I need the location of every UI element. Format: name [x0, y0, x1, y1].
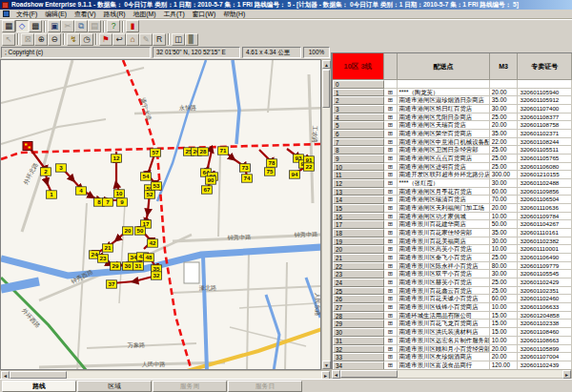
m3-cell[interactable]: 300.00 [490, 171, 519, 179]
row-number-cell[interactable]: 31 [333, 337, 384, 345]
m3-cell[interactable]: 25.00 [490, 113, 519, 122]
row-number-cell[interactable]: 12 [333, 179, 384, 188]
m3-header[interactable]: M3 [490, 53, 519, 80]
menu-item-0[interactable]: 文件(F) [12, 10, 41, 18]
row-number-cell[interactable]: 1 [333, 89, 384, 97]
license-cell[interactable]: 320601107400 [518, 105, 572, 113]
expand-toggle-icon[interactable]: ⊞ [384, 89, 398, 97]
row-number-cell[interactable]: 14 [333, 196, 384, 204]
expand-toggle-icon[interactable]: ⊞ [384, 155, 398, 163]
expand-toggle-icon[interactable]: ⊞ [384, 279, 398, 287]
route-stop-marker[interactable]: 3 [56, 164, 67, 172]
license-cell[interactable]: 320601106490 [518, 254, 572, 262]
delivery-point-cell[interactable]: 南通市港闸区天瑞百货店 [398, 121, 489, 130]
m3-cell[interactable]: 22.00 [490, 138, 519, 147]
delivery-point-cell[interactable]: 南通市崇川区钱锋小百货商店 [398, 303, 489, 312]
route-stop-marker[interactable]: 90 [206, 176, 216, 184]
row-number-cell[interactable]: 15 [333, 204, 384, 213]
expand-toggle-icon[interactable]: ⊞ [384, 270, 398, 279]
license-cell[interactable]: 320601106504 [518, 196, 572, 204]
table-row[interactable]: 18⊞南通市崇川百花家佳经营部35.00320601110161 [333, 229, 572, 237]
row-number-cell[interactable]: 6 [333, 130, 384, 138]
menu-item-4[interactable]: 地图(M) [130, 10, 160, 18]
delivery-point-cell[interactable]: 南通市崇川区高英小百货店 [398, 245, 489, 254]
license-cell[interactable]: 320601106080 [518, 163, 572, 172]
table-row[interactable]: 22⊞南通市崇川区陈永祥小百货店80.00320601109779 [333, 262, 572, 271]
license-header[interactable]: 专卖证号 [518, 53, 572, 80]
route-stop-marker[interactable]: 94 [290, 171, 300, 178]
route-stop-marker[interactable]: 48 [144, 254, 154, 261]
table-row[interactable]: 5⊞南通市港闸区天瑞百货店20.00320601108758 [333, 121, 572, 130]
table-horizontal-scrollbar[interactable]: ◄ ► [331, 369, 572, 379]
license-cell[interactable]: 320601109779 [518, 262, 572, 271]
polygon-select-icon[interactable]: ◇ [15, 20, 29, 32]
license-cell[interactable]: 320601102382 [518, 237, 572, 246]
scroll-right-icon[interactable]: ► [562, 370, 571, 379]
m3-cell[interactable]: 25.00 [490, 163, 519, 172]
row-number-cell[interactable]: 20 [333, 245, 384, 254]
menu-item-3[interactable]: 路线(R) [100, 10, 130, 18]
m3-cell[interactable]: 15.00 [490, 328, 519, 337]
row-number-cell[interactable]: 10 [333, 163, 384, 172]
expand-toggle-icon[interactable]: ⊞ [384, 213, 398, 221]
delivery-point-cell[interactable]: 南通市港闸区淑珍烟酒日杂商店 [398, 96, 489, 105]
route-stop-marker[interactable]: 20 [123, 227, 133, 235]
route-header-cell[interactable]: 10区 3线 [333, 53, 384, 80]
measure-icon[interactable]: ↯ [67, 33, 80, 46]
license-cell[interactable]: 320601105899 [518, 345, 572, 354]
m3-cell[interactable]: 15.00 [490, 320, 519, 328]
table-row[interactable]: 4⊞南通市港闸区元阳日杂商店25.00320601108377 [333, 113, 572, 122]
table-row[interactable]: 2⊞南通市港闸区淑珍烟酒日杂商店35.00320601105912 [333, 96, 572, 105]
table-row[interactable]: 1⊞****（陶龙英）20.00320601105940 [333, 89, 572, 97]
m3-cell[interactable]: 80.00 [490, 262, 519, 271]
delivery-point-cell[interactable]: 南通市港闸区元阳日杂商店 [398, 113, 489, 122]
m3-cell[interactable] [490, 80, 519, 89]
license-cell[interactable]: 320601102371 [518, 130, 572, 138]
route-stop-marker[interactable]: 78 [267, 159, 277, 167]
table-row[interactable]: 17⊞南通市崇川百花建华商店50.00320601104267 [333, 220, 572, 229]
expand-toggle-icon[interactable]: ⊞ [384, 361, 398, 369]
license-cell[interactable]: 320601105511 [518, 146, 572, 155]
license-cell[interactable]: 320601102488 [518, 179, 572, 188]
table-row[interactable]: 30⊞南通市崇川区洪氏装潢材料店15.00320601108460 [333, 328, 572, 337]
route-stop-marker[interactable]: 52 [145, 191, 155, 198]
m3-cell[interactable]: 60.00 [490, 188, 519, 196]
expand-toggle-icon[interactable]: ⊞ [384, 254, 398, 262]
table-row[interactable]: 31⊞南通市崇川区远宏名片制作服务部10.00320601108663 [333, 337, 572, 345]
m3-cell[interactable]: 30.00 [490, 237, 519, 246]
m3-cell[interactable]: 120.00 [490, 361, 519, 369]
expand-toggle-icon[interactable]: ⊞ [384, 337, 398, 345]
table-row[interactable]: 19⊞南通市崇川百花美福商店30.00320601102382 [333, 237, 572, 246]
license-cell[interactable]: 320601106633 [518, 303, 572, 312]
route-stop-marker[interactable]: 21 [103, 244, 113, 252]
license-cell[interactable]: 320601102351 [518, 287, 572, 296]
route-stop-marker[interactable]: 10 [114, 190, 125, 197]
license-cell[interactable]: 320601109784 [518, 213, 572, 221]
m3-cell[interactable]: 20.00 [490, 121, 519, 130]
delivery-point-cell[interactable]: 南通市崇川百花建华商店 [398, 220, 489, 229]
table-row[interactable]: 27⊞南通市崇川区钱锋小百货商店10.00320601106633 [333, 303, 572, 312]
delivery-point-header[interactable]: 配送点 [398, 53, 489, 80]
row-number-cell[interactable]: 16 [333, 213, 384, 221]
device-icon[interactable]: ▮ [126, 20, 139, 32]
row-number-cell[interactable]: 23 [333, 270, 384, 279]
m3-cell[interactable]: 60.00 [490, 295, 519, 303]
table-row[interactable]: 33⊞南通市崇川区友珍烟酒商店20.00320601107004 [333, 353, 572, 361]
menu-item-7[interactable]: 帮助(H) [219, 10, 249, 18]
row-number-cell[interactable]: 21 [333, 254, 384, 262]
table-row[interactable]: 32⊞南通市崇川区顾和月小百货经营部20.00320601105899 [333, 345, 572, 354]
license-cell[interactable]: 320601108460 [518, 328, 572, 337]
vertical-scroll-thumb[interactable] [322, 70, 330, 108]
home-icon[interactable]: ⌂ [126, 33, 139, 46]
clock-icon[interactable]: ◷ [80, 33, 93, 46]
delivery-point-cell[interactable]: 南通环城生活用品有限公司 [398, 312, 489, 320]
map-vertical-scrollbar[interactable]: ▲ ▼ [321, 59, 331, 370]
delivery-point-cell[interactable]: 南通市港闸区旭日红百货店 [398, 105, 489, 113]
m3-cell[interactable]: 10.00 [490, 337, 519, 345]
route-stop-marker[interactable]: 4 [76, 187, 87, 195]
delivery-point-cell[interactable]: 南通市港闸区中意港口机械设备配 [398, 138, 489, 147]
expand-toggle-icon[interactable]: ⊞ [384, 295, 398, 303]
delivery-point-cell[interactable]: 南通市崇川百花飞龙百货商店 [398, 320, 489, 328]
delivery-point-cell[interactable]: 南通市崇川区秦飞小百货店 [398, 254, 489, 262]
table-view-icon[interactable]: ▦ [2, 20, 15, 32]
